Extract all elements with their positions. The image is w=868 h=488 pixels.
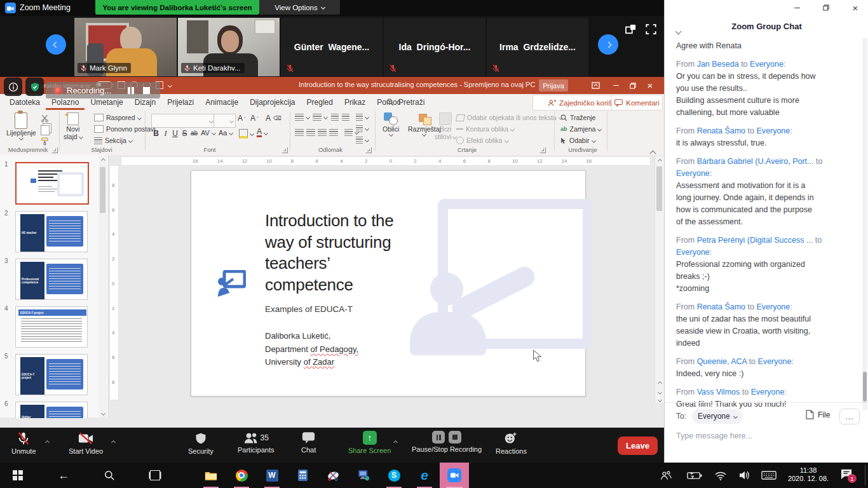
taskbar-skype[interactable]: S [381, 463, 407, 488]
slide-subtitle[interactable]: Examples of EDUCA-T [265, 304, 353, 314]
tray-clock[interactable]: 11:38 2020. 12. 08. [780, 466, 836, 483]
slide-thumbnail-4[interactable]: EDUCA-T project [15, 306, 88, 348]
stop-recording-button[interactable] [449, 431, 461, 444]
start-button[interactable] [5, 463, 31, 488]
taskbar-remote-desktop[interactable] [351, 463, 376, 488]
tab-prijelazi[interactable]: Prijelazi [161, 95, 200, 110]
chat-minimize-button[interactable] [790, 2, 803, 13]
chat-close-button[interactable]: × [849, 2, 862, 13]
smartart-button[interactable] [356, 137, 369, 144]
pause-stop-recording-button[interactable]: Pause/Stop Recording [412, 431, 482, 453]
paragraph-dialog-launcher[interactable] [366, 147, 372, 153]
tab-dijaprojekcija[interactable]: Dijaprojekcija [244, 95, 301, 110]
align-left-button[interactable] [295, 129, 304, 136]
reactions-button[interactable]: Reactions [496, 431, 527, 455]
tab-animacije[interactable]: Animacije [200, 95, 244, 110]
slide-thumbnail-5[interactable]: EDUCA-T project [15, 354, 88, 395]
change-case-button[interactable]: Aa [219, 129, 233, 137]
participants-button[interactable]: 35 Participants [238, 431, 274, 454]
numbering-button[interactable] [313, 114, 327, 121]
slide-thumbnail-2[interactable]: HE teacher [15, 211, 88, 252]
video-tile-gunter[interactable]: Günter Wagene... [281, 18, 383, 76]
ribbon-display-options-button[interactable] [588, 79, 602, 92]
taskbar-edge[interactable]: e [412, 463, 437, 488]
chat-scrollbar[interactable] [862, 38, 867, 410]
tray-keyboard[interactable] [757, 463, 780, 488]
gallery-view-icon[interactable] [625, 24, 637, 34]
font-name-combo[interactable] [151, 114, 215, 128]
tray-wifi[interactable] [710, 463, 731, 488]
pause-recording-button[interactable] [432, 431, 445, 444]
back-button[interactable]: ← [51, 463, 76, 488]
select-button[interactable]: Odabir [560, 137, 595, 144]
font-dialog-launcher[interactable] [282, 147, 288, 153]
video-tile-irma[interactable]: Irma Grdzelidze... [487, 18, 588, 76]
shapes-button[interactable]: Oblici [383, 112, 399, 136]
align-text-button[interactable] [356, 125, 369, 132]
character-spacing-button[interactable]: AV [201, 129, 215, 137]
message-input[interactable]: Type message here... [676, 431, 752, 440]
leave-button[interactable]: Leave [618, 437, 658, 455]
justify-button[interactable] [329, 129, 338, 136]
drawing-dialog-launcher[interactable] [540, 147, 546, 153]
select-objects-button[interactable]: Odabir objekata ili unos teksta [456, 114, 562, 121]
qat-more-icon[interactable] [168, 83, 172, 87]
align-right-button[interactable] [318, 129, 327, 136]
tray-volume[interactable] [735, 463, 755, 488]
cut-button[interactable] [41, 114, 49, 125]
search-button[interactable] [97, 463, 122, 488]
scrollbar-thumb[interactable] [100, 167, 105, 213]
video-options-caret[interactable] [112, 435, 115, 447]
italic-button[interactable]: I [161, 129, 170, 139]
chat-restore-button[interactable] [820, 2, 832, 13]
task-view-button[interactable] [142, 463, 168, 488]
slide-thumbnail-1[interactable] [15, 162, 89, 205]
chat-more-button[interactable]: ... [839, 409, 860, 424]
share-screen-button[interactable]: ↑ Share Screen [348, 431, 391, 454]
bold-button[interactable]: B [151, 129, 161, 138]
font-color-button[interactable]: A [257, 128, 268, 137]
close-button[interactable]: × [643, 79, 657, 92]
section-button[interactable]: Sekcija [94, 137, 132, 144]
taskbar-chrome[interactable] [229, 463, 254, 488]
slide-thumbnail-6[interactable]: Higher education [15, 402, 88, 418]
slide-title[interactable]: Introduction to the way of structuring t… [265, 210, 393, 295]
file-button[interactable]: File [806, 410, 830, 419]
chat-collapse-button[interactable] [676, 25, 681, 36]
restore-button[interactable] [626, 79, 640, 92]
slide-author-block[interactable]: Daliborka Luketić, Department of Pedagog… [265, 330, 358, 369]
video-tile-mark-glynn[interactable]: Mark Glynn [74, 18, 177, 76]
previous-participants-button[interactable] [46, 34, 66, 55]
search-box[interactable]: Pretraži [386, 98, 424, 107]
clear-formatting-button[interactable]: A⌫ [266, 114, 281, 123]
show-desktop-divider[interactable] [865, 465, 865, 485]
text-direction-button[interactable] [356, 114, 369, 121]
tab-prikaz[interactable]: Prikaz [339, 95, 371, 110]
taskbar-zoom-active[interactable] [440, 463, 469, 488]
slide-scrollbar[interactable] [654, 156, 664, 403]
video-tile-ida[interactable]: Ida Dringó-Hor... [384, 18, 485, 76]
scrollbar-thumb[interactable] [656, 166, 662, 211]
quick-styles-button[interactable]: Brzi stilovi [435, 112, 456, 140]
unmute-button[interactable]: Unmute [11, 431, 36, 455]
font-size-combo[interactable] [214, 114, 236, 128]
replace-button[interactable]: ab Zamjena [560, 125, 601, 133]
taskbar-snipping-tool[interactable] [320, 463, 346, 488]
taskbar-word[interactable]: W [259, 463, 285, 488]
scrollbar-thumb[interactable] [863, 372, 867, 402]
view-options-button[interactable]: View Options [259, 0, 340, 15]
info-overlay-button[interactable] [4, 78, 22, 96]
next-participants-button[interactable] [598, 34, 618, 55]
reset-button[interactable]: Ponovno postavi [94, 125, 156, 133]
stop-recording-icon[interactable] [143, 87, 150, 94]
tab-datoteka[interactable]: Datoteka [4, 95, 46, 110]
comments-button[interactable]: Komentari [611, 95, 663, 111]
chat-button[interactable]: Chat [301, 431, 316, 454]
audio-options-caret[interactable] [46, 435, 49, 447]
tray-people[interactable] [656, 463, 676, 488]
slide-canvas[interactable]: Introduction to the way of structuring t… [191, 170, 586, 396]
security-shield-overlay-button[interactable] [25, 78, 44, 96]
tab-pregled[interactable]: Pregled [301, 95, 339, 110]
tray-battery[interactable] [684, 463, 705, 488]
start-video-button[interactable]: Start Video [69, 431, 103, 455]
